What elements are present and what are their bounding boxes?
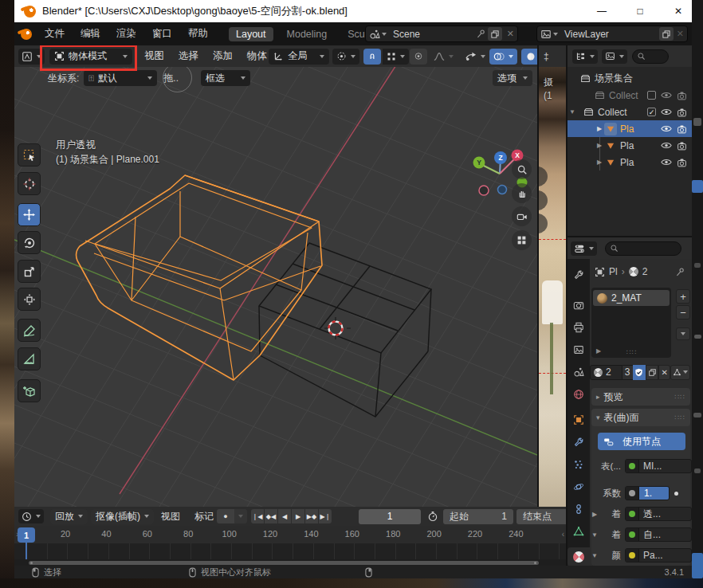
expand-icon[interactable]: ▶ <box>595 159 604 166</box>
material-specials-dropdown[interactable] <box>676 327 690 340</box>
new-material-button[interactable] <box>646 365 658 380</box>
material-name[interactable]: 2 <box>606 367 611 378</box>
playback-menu[interactable]: 回放 <box>50 509 88 524</box>
snap-toggle[interactable] <box>363 49 381 65</box>
show-overlays-dropdown[interactable] <box>489 49 517 65</box>
timeline-ruler[interactable]: 20406080100120140160180200220240 › ‹ 1 <box>14 526 566 543</box>
tab-scene[interactable] <box>568 363 590 382</box>
tool-move[interactable] <box>18 203 41 226</box>
unlink-material-button[interactable]: ✕ <box>658 365 670 380</box>
eye-icon[interactable] <box>661 108 672 116</box>
next-keyframe-button[interactable]: ▶◆ <box>305 509 318 523</box>
coordinate-system-dropdown[interactable]: ⍐ 默认 <box>84 70 157 86</box>
zoom-viewport-icon[interactable] <box>512 159 532 179</box>
play-reverse-button[interactable]: ◀ <box>278 509 291 523</box>
current-frame-field[interactable]: 1 <box>359 509 421 524</box>
expand-icon[interactable]: ▶ <box>595 142 604 149</box>
pan-viewport-icon[interactable] <box>512 183 532 203</box>
slot-list-expand-icon[interactable]: ▶ <box>596 347 601 355</box>
tool-transform[interactable] <box>18 288 41 311</box>
auto-key-record-button[interactable]: ● <box>217 509 234 523</box>
new-viewlayer-button[interactable] <box>659 27 674 41</box>
keying-menu[interactable]: 抠像(插帧) <box>91 509 154 524</box>
new-scene-button[interactable] <box>488 27 502 41</box>
strip-nav-icon[interactable] <box>539 167 548 186</box>
object-label[interactable]: Pla <box>620 140 634 151</box>
menu-help[interactable]: 帮助 <box>180 22 216 45</box>
pin-icon[interactable] <box>476 29 486 39</box>
select-box-dropdown[interactable]: 框选 <box>201 70 250 86</box>
outliner-row-collection-excluded[interactable]: Collect <box>568 87 692 104</box>
eye-icon[interactable] <box>661 141 672 150</box>
tool-measure[interactable] <box>18 347 41 370</box>
remove-viewlayer-button[interactable]: ✕ <box>674 29 687 39</box>
scene-selector[interactable]: Scene ✕ <box>365 25 518 42</box>
breadcrumb-material[interactable]: 2 <box>642 266 648 277</box>
panel-preview[interactable]: ▸ 预览 ∷∷ <box>591 388 690 406</box>
tool-scale[interactable] <box>18 260 41 283</box>
workspace-tab-layout[interactable]: Layout <box>229 27 273 41</box>
tool-select-box[interactable] <box>18 143 41 167</box>
transform-orientation-dropdown[interactable]: 全局 <box>269 49 329 65</box>
menu-window[interactable]: 窗口 <box>144 22 180 45</box>
breadcrumb-object[interactable]: Pl <box>609 266 618 277</box>
jump-to-end-button[interactable]: ▶❘ <box>319 509 332 523</box>
object-label[interactable]: Pla <box>620 123 634 135</box>
collapse-icon[interactable]: ▼ <box>590 552 599 559</box>
timeline-track[interactable] <box>14 543 566 559</box>
tab-modifiers[interactable] <box>568 433 590 452</box>
collection-label[interactable]: Collect <box>598 107 627 118</box>
menu-edit[interactable]: 编辑 <box>73 22 108 45</box>
prev-keyframe-button[interactable]: ◆◀ <box>265 509 277 523</box>
remove-material-slot-button[interactable]: − <box>676 305 690 319</box>
outliner-display-dropdown[interactable] <box>572 49 598 64</box>
minimize-button[interactable]: — <box>583 0 620 22</box>
strip-nav-icon[interactable] <box>539 190 548 210</box>
workspace-tab-modeling[interactable]: Modeling <box>280 27 335 41</box>
add-material-slot-button[interactable]: + <box>676 289 690 304</box>
orthographic-toggle-icon[interactable] <box>512 230 532 250</box>
timeline-editor-dropdown[interactable] <box>18 509 44 523</box>
falloff-dropdown[interactable] <box>430 49 458 65</box>
strip-nav-icon[interactable] <box>539 214 548 233</box>
node-tree-dropdown[interactable] <box>670 365 690 380</box>
viewlayer-browse-icon[interactable] <box>540 29 552 40</box>
menu-file[interactable]: 文件 <box>37 22 73 45</box>
shader-dropdown[interactable]: 自... <box>625 527 692 542</box>
pin-icon[interactable] <box>675 267 685 277</box>
frame-end-field[interactable]: 结束点 <box>516 509 566 524</box>
title-bar[interactable]: Blender* [C:\Users\CXJ\Desktop\gong\baoy… <box>14 0 692 22</box>
expand-icon[interactable]: ▶ <box>590 511 599 518</box>
expand-icon[interactable]: ▶ <box>595 125 604 132</box>
eye-icon[interactable] <box>661 91 672 100</box>
playhead[interactable]: 1 <box>18 527 35 543</box>
expand-icon[interactable]: ▼ <box>568 108 577 116</box>
viewlayer-name[interactable]: ViewLayer <box>564 29 609 40</box>
strip-header-icon[interactable]: ‡ <box>544 51 549 62</box>
viewport-menu-add[interactable]: 添加 <box>206 45 240 68</box>
eye-icon[interactable] <box>661 124 672 133</box>
record-options-dropdown[interactable] <box>234 509 247 523</box>
tab-particles[interactable] <box>568 455 590 474</box>
gizmo-axis-neg-z[interactable] <box>498 186 507 194</box>
tool-annotate[interactable] <box>18 319 41 342</box>
material-slot-selected[interactable]: 2_MAT <box>593 290 670 306</box>
tab-object-data[interactable] <box>568 522 590 541</box>
outliner-filter-dropdown[interactable] <box>602 49 627 64</box>
snap-with-dropdown[interactable] <box>383 49 409 65</box>
scene-browse-icon[interactable] <box>369 29 380 40</box>
blender-menu-icon[interactable] <box>21 29 32 40</box>
outliner-row-object[interactable]: ▶ Pla <box>568 154 692 171</box>
jump-to-start-button[interactable]: ❘◀ <box>251 509 264 523</box>
timeline-menu-marker[interactable]: 标记 <box>187 507 221 528</box>
tab-world[interactable] <box>568 385 590 404</box>
menu-render[interactable]: 渲染 <box>108 22 144 45</box>
exclude-checkbox[interactable] <box>647 91 656 100</box>
collection-label[interactable]: Collect <box>609 90 638 101</box>
pivot-point-dropdown[interactable] <box>332 49 359 65</box>
scene-collection-label[interactable]: 场景集合 <box>595 72 633 85</box>
outliner-row-scene-collection[interactable]: 场景集合 <box>568 70 692 87</box>
viewlayer-selector[interactable]: ViewLayer ✕ <box>536 25 688 42</box>
camera-viewport-strip[interactable]: ‡ 摄 (1 <box>539 45 566 507</box>
tab-physics[interactable] <box>568 477 590 496</box>
